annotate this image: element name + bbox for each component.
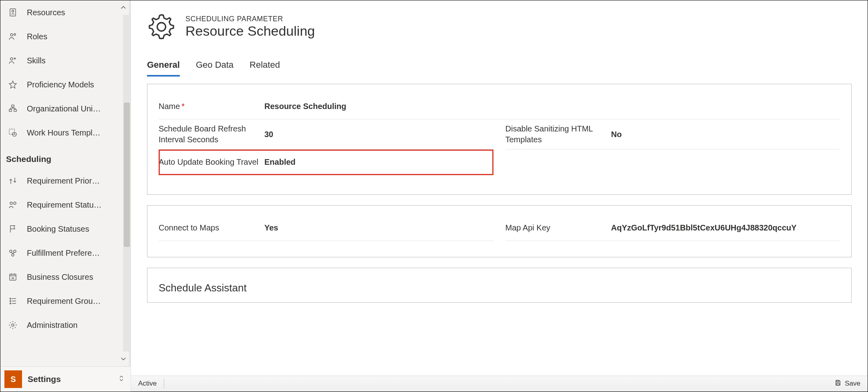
field-connect-to-maps[interactable]: Connect to Maps Yes [159, 215, 493, 241]
field-label-sanitize: Disable Sanitizing HTML Templates [505, 123, 610, 145]
field-value-mapapikey[interactable]: AqYzGoLfTyr9d51Bbl5tCexU6UHg4J88320qccuY [610, 223, 840, 232]
page-eyebrow: SCHEDULING PARAMETER [185, 15, 315, 23]
page-header: SCHEDULING PARAMETER Resource Scheduling [147, 12, 852, 41]
status-divider [164, 379, 164, 388]
sidebar-item-requirement-groups[interactable]: Requirement Grou… [0, 289, 131, 313]
svg-rect-7 [9, 109, 12, 111]
sidebar-item-label: Resources [27, 8, 124, 17]
field-value-sanitize[interactable]: No [610, 130, 840, 139]
sidebar-item-resources[interactable]: Resources [0, 0, 131, 24]
sidebar-item-booking-statuses[interactable]: Booking Statuses [0, 217, 131, 241]
sidebar-item-label: Fulfillment Prefere… [27, 249, 124, 258]
svg-point-18 [10, 301, 11, 302]
field-label-mapapikey: Map Api Key [505, 222, 610, 233]
sidebar-group-scheduling: Scheduling [0, 145, 131, 169]
field-label-connectmaps: Connect to Maps [159, 222, 263, 233]
svg-point-3 [14, 34, 16, 35]
svg-rect-22 [837, 380, 839, 382]
sidebar-item-label: Work Hours Templ… [27, 128, 124, 137]
status-state: Active [138, 380, 157, 388]
svg-point-19 [10, 303, 11, 304]
sidebar-item-administration[interactable]: Administration [0, 313, 131, 337]
svg-marker-5 [9, 81, 16, 88]
reqstatus-icon [8, 200, 18, 210]
area-label: Settings [28, 374, 112, 384]
field-refresh-interval[interactable]: Schedule Board Refresh Interval Seconds … [159, 119, 493, 150]
svg-point-17 [10, 298, 11, 299]
svg-point-14 [14, 250, 16, 253]
updown-icon [118, 374, 125, 385]
svg-rect-16 [10, 274, 16, 280]
svg-point-21 [157, 23, 166, 31]
svg-point-20 [12, 324, 14, 326]
section-title-schedule-assistant: Schedule Assistant [159, 278, 840, 298]
sidebar-item-skills[interactable]: Skills [0, 48, 131, 73]
sidebar-item-organizational-units[interactable]: Organizational Uni… [0, 97, 131, 121]
sidebar-scroll-up[interactable] [118, 0, 129, 15]
sidebar-item-label: Roles [27, 32, 124, 41]
sidebar-item-label: Business Closures [27, 273, 124, 282]
sidebar-scrollbar[interactable] [123, 0, 131, 366]
sidebar-item-label: Requirement Statu… [27, 200, 124, 210]
panel-general-2: Connect to Maps Yes Map Api Key AqYzGoLf… [147, 205, 852, 257]
list-icon [8, 296, 18, 306]
svg-rect-8 [14, 109, 16, 111]
sidebar-item-work-hours-templates[interactable]: Work Hours Templ… [0, 121, 131, 145]
svg-rect-23 [837, 383, 839, 385]
field-value-refresh[interactable]: 30 [263, 130, 493, 139]
tabs: General Geo Data Related [147, 57, 852, 77]
sidebar: Resources Roles Skills Proficiency Model… [0, 0, 131, 392]
save-label: Save [845, 380, 860, 388]
sidebar-item-proficiency-models[interactable]: Proficiency Models [0, 73, 131, 97]
save-button[interactable]: Save [834, 379, 860, 388]
field-map-api-key[interactable]: Map Api Key AqYzGoLfTyr9d51Bbl5tCexU6UHg… [505, 215, 840, 241]
required-marker: * [181, 102, 185, 111]
svg-point-13 [10, 250, 12, 253]
sidebar-item-label: Administration [27, 321, 124, 330]
save-icon [834, 379, 842, 388]
panel-general-1: Name* Resource Scheduling Schedule Board… [147, 84, 852, 195]
field-auto-update-booking-travel[interactable]: Auto Update Booking Travel Enabled [159, 150, 493, 175]
field-disable-sanitizing[interactable]: Disable Sanitizing HTML Templates No [505, 119, 840, 150]
sidebar-item-requirement-priorities[interactable]: Requirement Prior… [0, 169, 131, 193]
field-value-connectmaps[interactable]: Yes [263, 223, 493, 232]
field-label-refresh: Schedule Board Refresh Interval Seconds [159, 123, 263, 145]
sidebar-scrollbar-thumb[interactable] [124, 103, 130, 247]
sidebar-item-requirement-statuses[interactable]: Requirement Statu… [0, 193, 131, 217]
field-label-autotravel: Auto Update Booking Travel [159, 157, 263, 168]
fulfill-icon [8, 248, 18, 258]
svg-point-11 [10, 202, 12, 204]
field-value-name[interactable]: Resource Scheduling [263, 102, 840, 111]
svg-point-15 [12, 254, 14, 256]
area-badge: S [4, 370, 22, 388]
sidebar-item-label: Proficiency Models [27, 80, 124, 89]
field-name[interactable]: Name* Resource Scheduling [159, 94, 840, 119]
field-label-name: Name* [159, 101, 263, 112]
svg-point-1 [12, 10, 14, 12]
sidebar-item-fulfillment-preferences[interactable]: Fulfillment Prefere… [0, 241, 131, 265]
content: SCHEDULING PARAMETER Resource Scheduling… [131, 0, 868, 376]
sidebar-scroll-down[interactable] [118, 352, 129, 366]
tab-general[interactable]: General [147, 57, 180, 77]
sidebar-item-label: Booking Statuses [27, 224, 124, 234]
page-title: Resource Scheduling [185, 23, 315, 39]
sidebar-item-roles[interactable]: Roles [0, 24, 131, 48]
tab-geo-data[interactable]: Geo Data [196, 57, 234, 77]
resources-icon [8, 7, 18, 18]
svg-rect-9 [9, 129, 14, 134]
flag-icon [8, 224, 18, 234]
sidebar-item-label: Requirement Grou… [27, 297, 124, 306]
svg-rect-6 [12, 105, 14, 107]
tab-related[interactable]: Related [250, 57, 280, 77]
sidebar-item-business-closures[interactable]: Business Closures [0, 265, 131, 289]
org-icon [8, 103, 18, 114]
clock-icon [8, 127, 18, 138]
area-switcher[interactable]: S Settings [0, 366, 131, 392]
sidebar-item-label: Organizational Uni… [27, 104, 124, 113]
status-bar: Active Save [131, 376, 868, 392]
sidebar-item-label: Skills [27, 56, 124, 65]
skills-icon [8, 55, 18, 66]
svg-point-2 [10, 34, 13, 36]
star-icon [8, 79, 18, 90]
field-value-autotravel[interactable]: Enabled [263, 158, 493, 167]
